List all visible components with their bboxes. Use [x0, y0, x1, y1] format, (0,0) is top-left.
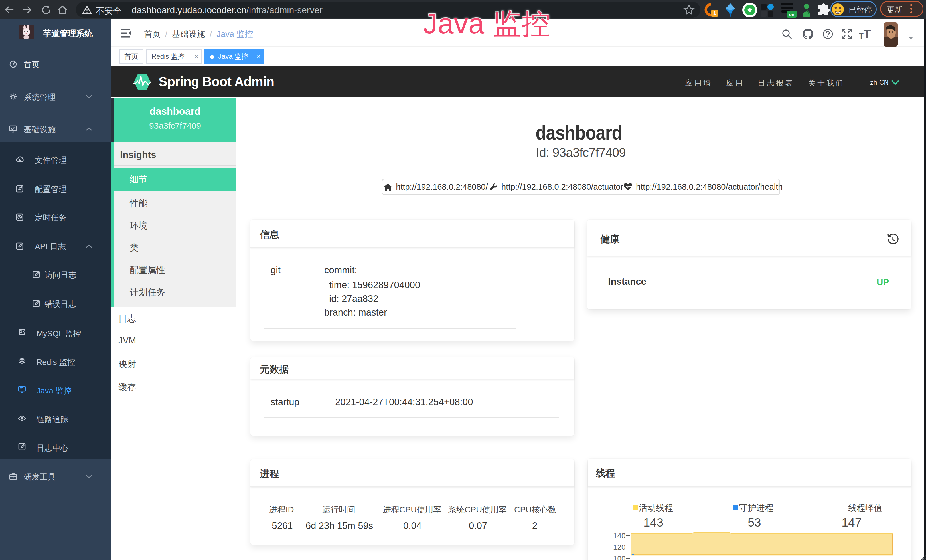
svg-text:on: on: [789, 12, 794, 17]
svg-text:1: 1: [713, 10, 716, 16]
